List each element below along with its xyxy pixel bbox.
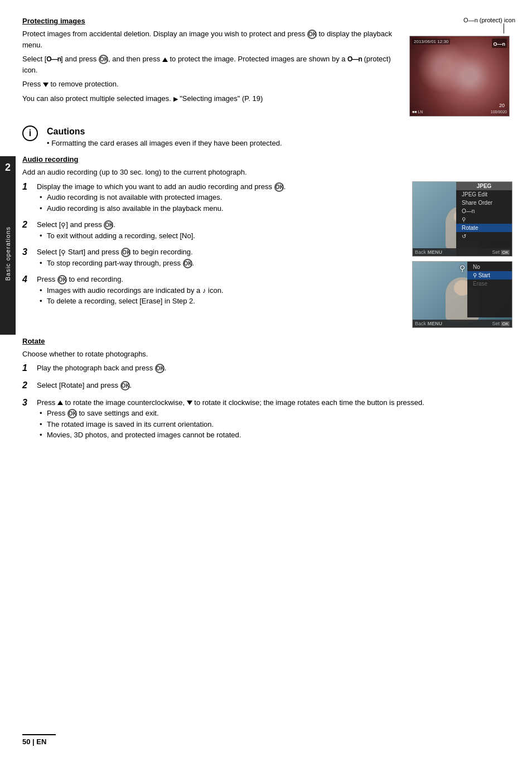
- jpeg-menu-header: JPEG: [456, 182, 512, 190]
- menu-item-jpeg-edit: JPEG Edit: [456, 190, 512, 199]
- menu-item-share-order: Share Order: [456, 199, 512, 207]
- rotate-section: Rotate Choose whether to rotate photogra…: [22, 337, 515, 441]
- menu-item-on: O—n: [456, 207, 512, 215]
- step4-bullet2: To delete a recording, select [Erase] in…: [37, 296, 407, 307]
- menu2-back: Back MENU: [415, 321, 442, 326]
- rotate-step-3: 3 Press to rotate the image counterclock…: [22, 397, 515, 441]
- protecting-para4: You can also protect multiple selected i…: [22, 93, 398, 104]
- ok-sym-r3a: OK: [67, 409, 77, 418]
- footer-line: [22, 734, 56, 735]
- jpeg-menu-lcd: JPEG JPEG Edit Share Order O—n ⚲ Rotate …: [412, 181, 512, 257]
- step2-bullet1: To exit without adding a recording, sele…: [37, 230, 407, 242]
- step-content-4: Press OK to end recording. Images with a…: [37, 274, 407, 307]
- menu2-set: Set OK: [492, 321, 510, 326]
- rotate-step-2: 2 Select [Rotate] and press OK.: [22, 380, 515, 392]
- lcd-frame-count: 100/0020: [491, 110, 507, 114]
- triangle-down-r3: [187, 401, 192, 405]
- main-content: Protecting images Protect images from ac…: [22, 0, 515, 469]
- rotate-step-num-1: 1: [22, 363, 35, 374]
- lcd-timestamp: 2013/06/01 12:30: [412, 38, 450, 45]
- rotate-step-content-2: Select [Rotate] and press OK.: [37, 380, 515, 391]
- page-number: 50 | EN: [22, 737, 46, 746]
- audio-step-3: 3 Select [⚲ Start] and press OK to begin…: [22, 247, 407, 268]
- rotate-heading: Rotate: [22, 337, 515, 345]
- step3-bullet1: To stop recording part-way through, pres…: [37, 258, 407, 269]
- menu-item-rotate: Rotate: [456, 224, 512, 232]
- lcd-mode-info: ■■ LN: [412, 110, 423, 114]
- audio-recording-intro: Add an audio recording (up to 30 sec. lo…: [22, 167, 515, 178]
- ok-sym-s4: OK: [57, 275, 67, 285]
- ok-sym-s3b: OK: [183, 259, 192, 268]
- menu2-ok: OK: [501, 321, 510, 326]
- chapter-number: 2: [5, 162, 11, 173]
- rotate-step-1: 1 Play the photograph back and press OK.: [22, 363, 515, 374]
- triangle-up-r3: [57, 401, 63, 405]
- cautions-content: Cautions • Formatting the card erases al…: [47, 127, 282, 147]
- rotate-bullet2: The rotated image is saved in its curren…: [37, 419, 515, 430]
- cautions-body: • Formatting the card erases all images …: [47, 139, 282, 147]
- protecting-images-text: Protecting images Protect images from ac…: [22, 17, 398, 117]
- rotate-step-num-3: 3: [22, 397, 35, 409]
- menu-item-rotate-icon: ↺: [456, 232, 512, 240]
- camera-lcd-flower: 2013/06/01 12:30 O—n ■■ LN 100/0020 20: [409, 36, 510, 117]
- rotate-step-content-3: Press to rotate the image counterclockwi…: [37, 397, 515, 441]
- menu1-ok: OK: [501, 250, 510, 255]
- lcd-bottom-info: ■■ LN 100/0020: [412, 110, 507, 114]
- step-content-3: Select [⚲ Start] and press OK to begin r…: [37, 247, 407, 268]
- step-num-4: 4: [22, 274, 35, 286]
- rotate-step-content-1: Play the photograph back and press OK.: [37, 363, 515, 374]
- protecting-para3: Press to remove protection.: [22, 79, 398, 90]
- rotate-bullet1: Press OK to save settings and exit.: [37, 408, 515, 419]
- audio-menu-overlay: No ⚲ Start Erase: [467, 262, 512, 317]
- audio-steps-container: 1 Display the image to which you want to…: [22, 181, 515, 328]
- cautions-icon: i: [22, 126, 38, 141]
- step-num-3: 3: [22, 247, 35, 258]
- menu-item-erase: Erase: [467, 279, 512, 288]
- jpeg-menu-overlay: JPEG JPEG Edit Share Order O—n ⚲ Rotate …: [456, 182, 512, 256]
- menu-item-mic: ⚲: [456, 215, 512, 224]
- step-content-1: Display the image to which you want to a…: [37, 181, 407, 214]
- protect-annotation: O—n (protect) icon: [409, 17, 515, 33]
- ok-sym-s3: OK: [121, 248, 130, 257]
- menu-item-no: No: [467, 262, 512, 271]
- protecting-images-heading: Protecting images: [22, 17, 398, 25]
- menu-item-start: ⚲ Start: [467, 271, 512, 279]
- mic-overlay-icon: ⚲: [460, 264, 465, 273]
- ok-sym-s2: OK: [104, 220, 113, 230]
- mic-symbol2: ⚲: [61, 248, 66, 258]
- menu1-footer: Back MENU Set OK: [413, 248, 512, 256]
- ok-sym-r1: OK: [155, 364, 165, 373]
- step-num-2: 2: [22, 219, 35, 231]
- step-num-1: 1: [22, 181, 35, 193]
- ok-sym-s1: OK: [274, 182, 284, 192]
- ok-button-symbol2: OK: [99, 55, 108, 64]
- audio-images-col: JPEG JPEG Edit Share Order O—n ⚲ Rotate …: [412, 181, 515, 328]
- lcd-number: 20: [499, 103, 505, 108]
- audio-menu-lcd: ⚲ No ⚲ Start Erase Back MENU Set OK: [412, 261, 512, 328]
- audio-steps-col: 1 Display the image to which you want to…: [22, 181, 407, 328]
- mic-symbol: ⚲: [61, 220, 66, 230]
- page-footer: 50 | EN: [22, 734, 56, 746]
- audio-step-1: 1 Display the image to which you want to…: [22, 181, 407, 214]
- chapter-title: Basic operations: [4, 226, 11, 281]
- rotate-intro: Choose whether to rotate photographs.: [22, 349, 515, 360]
- chapter-tab: 2 Basic operations: [0, 156, 16, 335]
- step1-bullet2: Audio recording is also available in the…: [37, 203, 407, 214]
- protecting-images-section: Protecting images Protect images from ac…: [22, 17, 515, 117]
- cautions-section: i Cautions • Formatting the card erases …: [22, 127, 515, 147]
- triangle-down-icon: [43, 83, 49, 87]
- protect-lcd-image: O—n (protect) icon 2013/06/01 12:30 O—n …: [409, 17, 515, 117]
- protect-icon-overlay: O—n: [492, 38, 507, 48]
- menu1-back: Back MENU: [415, 249, 442, 255]
- audio-recording-section: Audio recording Add an audio recording (…: [22, 155, 515, 328]
- menu1-set: Set OK: [492, 249, 510, 255]
- ok-sym-r2: OK: [120, 381, 130, 390]
- triangle-up-icon: [162, 57, 168, 62]
- protect-symbol: O—n: [46, 54, 61, 64]
- cautions-title: Cautions: [47, 127, 282, 137]
- step4-bullet1: Images with audio recordings are indicat…: [37, 285, 407, 296]
- audio-step-2: 2 Select [⚲] and press OK. To exit witho…: [22, 219, 407, 241]
- ok-button-symbol: OK: [307, 30, 317, 39]
- audio-recording-heading: Audio recording: [22, 155, 515, 163]
- protecting-para2: Select [O—n] and press OK, and then pres…: [22, 54, 398, 75]
